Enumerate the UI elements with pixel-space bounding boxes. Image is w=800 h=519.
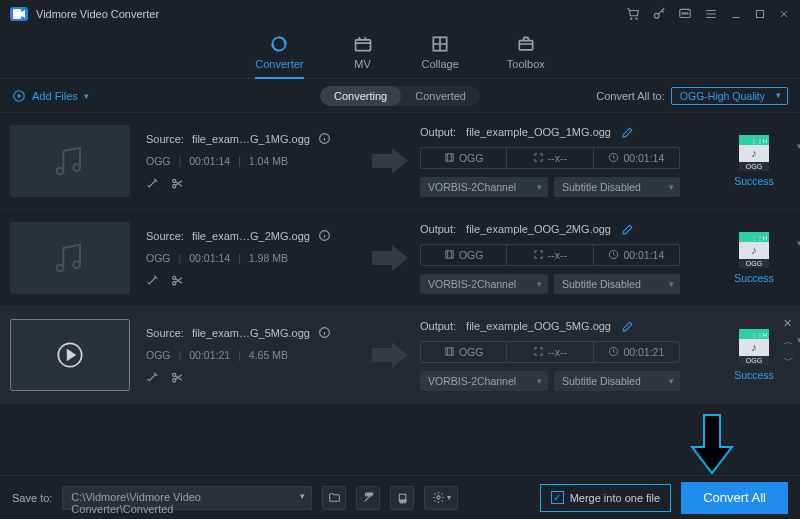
svg-point-6	[684, 13, 685, 14]
status-text: Success	[734, 175, 774, 187]
info-icon[interactable]	[318, 229, 331, 242]
remove-item-icon[interactable]: ✕	[783, 317, 794, 330]
list-item[interactable]: Source: file_exam…G_1MG.ogg OGG| 00:01:1…	[0, 113, 800, 210]
svg-point-7	[687, 13, 688, 14]
save-to-label: Save to:	[12, 492, 52, 504]
thumbnail[interactable]	[10, 319, 130, 391]
svg-point-14	[57, 168, 64, 175]
svg-point-18	[173, 185, 176, 188]
subtitle-select[interactable]: Subtitle Disabled	[554, 371, 680, 391]
source-format: OGG	[146, 349, 171, 361]
svg-point-31	[173, 379, 176, 382]
source-filename: file_exam…G_2MG.ogg	[192, 230, 310, 242]
status-filter: Converting Converted	[320, 86, 480, 106]
scissors-icon[interactable]	[171, 177, 184, 190]
minimize-icon[interactable]	[730, 8, 742, 20]
codec-select[interactable]: VORBIS-2Channel	[420, 371, 548, 391]
output-filename: file_example_OOG_1MG.ogg	[466, 126, 611, 138]
thumbnail[interactable]	[10, 222, 130, 294]
tab-collage[interactable]: Collage	[422, 34, 459, 78]
svg-text:OFF: OFF	[400, 500, 407, 504]
info-icon[interactable]	[318, 132, 331, 145]
cart-icon[interactable]	[626, 7, 640, 21]
tab-converter[interactable]: Converter	[255, 34, 303, 78]
hd-tag-icon: ⋮⋮H	[739, 232, 769, 242]
svg-rect-0	[13, 9, 21, 19]
output-format: OGG	[459, 346, 484, 358]
maximize-icon[interactable]	[754, 8, 766, 20]
format-badge[interactable]: ⋮⋮H ♪ OGG	[739, 135, 769, 171]
subtitle-select[interactable]: Subtitle Disabled	[554, 177, 680, 197]
chevron-down-icon: ▾	[447, 493, 451, 502]
svg-point-17	[173, 179, 176, 182]
pill-converting[interactable]: Converting	[320, 86, 401, 106]
merge-label: Merge into one file	[570, 492, 661, 504]
source-format: OGG	[146, 155, 171, 167]
tab-mv[interactable]: MV	[352, 34, 374, 78]
open-folder-button[interactable]	[322, 486, 346, 510]
edit-icon[interactable]	[621, 320, 634, 333]
save-path-select[interactable]: C:\Vidmore\Vidmore Video Converter\Conve…	[62, 486, 312, 510]
add-files-button[interactable]: Add Files ▾	[12, 89, 89, 103]
codec-select[interactable]: VORBIS-2Channel	[420, 274, 548, 294]
wand-icon[interactable]	[146, 371, 159, 384]
edit-icon[interactable]	[621, 223, 634, 236]
svg-rect-35	[399, 494, 406, 501]
music-notes-icon	[50, 141, 90, 181]
wand-off-icon: OFF	[362, 491, 375, 504]
svg-text:OFF: OFF	[365, 493, 373, 497]
tab-label: MV	[354, 58, 371, 70]
scissors-icon[interactable]	[171, 274, 184, 287]
svg-point-21	[57, 265, 64, 272]
tab-toolbox[interactable]: Toolbox	[507, 34, 545, 78]
codec-select[interactable]: VORBIS-2Channel	[420, 177, 548, 197]
output-label: Output:	[420, 126, 456, 138]
toolbox-icon	[515, 34, 537, 54]
output-label: Output:	[420, 223, 456, 235]
svg-point-24	[173, 276, 176, 279]
list-item[interactable]: Source: file_exam…G_2MG.ogg OGG| 00:01:1…	[0, 210, 800, 307]
svg-rect-10	[355, 40, 370, 51]
source-label: Source:	[146, 230, 184, 242]
menu-icon[interactable]	[704, 7, 718, 21]
output-duration: 00:01:14	[623, 249, 664, 261]
convert-all-button[interactable]: Convert All	[681, 482, 788, 514]
output-filename: file_example_OOG_5MG.ogg	[466, 320, 611, 332]
edit-icon[interactable]	[621, 126, 634, 139]
note-icon: ♪	[751, 147, 757, 159]
clock-icon	[608, 249, 619, 260]
settings-button[interactable]: ▾	[424, 486, 458, 510]
info-icon[interactable]	[318, 326, 331, 339]
expand-icon	[533, 249, 544, 260]
source-format: OGG	[146, 252, 171, 264]
format-badge[interactable]: ⋮⋮H ♪ OGG	[739, 232, 769, 268]
output-meta: OGG --x-- 00:01:14	[420, 147, 680, 169]
checkbox-checked-icon: ✓	[551, 491, 564, 504]
thumbnail[interactable]	[10, 125, 130, 197]
format-badge[interactable]: ⋮⋮H ♪ OGG	[739, 329, 769, 365]
mv-icon	[352, 34, 374, 54]
clock-icon	[608, 346, 619, 357]
svg-rect-19	[446, 154, 453, 161]
scissors-icon[interactable]	[171, 371, 184, 384]
source-duration: 00:01:14	[189, 252, 230, 264]
wand-icon[interactable]	[146, 274, 159, 287]
output-resolution: --x--	[548, 249, 567, 261]
badge-ext: OGG	[739, 162, 769, 171]
wand-icon[interactable]	[146, 177, 159, 190]
move-down-icon[interactable]: ﹀	[783, 353, 794, 368]
close-icon[interactable]	[778, 8, 790, 20]
svg-point-1	[631, 18, 632, 19]
pill-converted[interactable]: Converted	[401, 86, 480, 106]
effects-toggle-button[interactable]: OFF	[356, 486, 380, 510]
list-item[interactable]: Source: file_exam…G_5MG.ogg OGG| 00:01:2…	[0, 307, 800, 404]
move-up-icon[interactable]: ︿	[783, 334, 794, 349]
convert-all-format-select[interactable]: OGG-High Quality	[671, 87, 788, 105]
gpu-toggle-button[interactable]: OFF	[390, 486, 414, 510]
feedback-icon[interactable]	[678, 7, 692, 21]
key-icon[interactable]	[652, 7, 666, 21]
subtitle-select[interactable]: Subtitle Disabled	[554, 274, 680, 294]
output-resolution: --x--	[548, 152, 567, 164]
tab-label: Collage	[422, 58, 459, 70]
merge-checkbox[interactable]: ✓ Merge into one file	[540, 484, 672, 512]
